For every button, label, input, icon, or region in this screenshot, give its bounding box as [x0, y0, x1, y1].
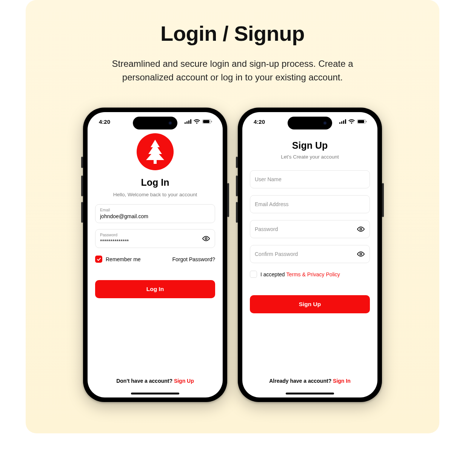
battery-icon — [202, 119, 212, 124]
page-subtitle: Streamlined and secure login and sign-up… — [97, 57, 368, 84]
signup-content: Sign Up Let's Create your account — [242, 131, 377, 397]
forgot-password-link[interactable]: Forgot Password? — [172, 256, 215, 262]
svg-rect-5 — [203, 120, 209, 123]
go-signin-link[interactable]: Sign In — [333, 378, 351, 384]
remember-row: Remember me Forgot Password? — [95, 256, 215, 263]
remember-me[interactable]: Remember me — [95, 256, 141, 263]
phone-silence-switch-icon — [81, 157, 83, 168]
phone-signup: 4:20 Sign Up Let — [238, 108, 382, 402]
remember-label: Remember me — [106, 256, 141, 262]
password-label: Password — [100, 233, 210, 237]
svg-rect-6 — [211, 121, 212, 122]
dynamic-island-icon — [288, 117, 332, 129]
phone-volume-down-icon — [81, 202, 83, 223]
svg-rect-10 — [343, 120, 344, 124]
eye-icon[interactable] — [202, 234, 210, 243]
page-title: Login / Signup — [26, 21, 439, 46]
svg-point-16 — [360, 253, 362, 255]
svg-rect-8 — [339, 122, 340, 124]
signup-footer-text: Already have a account? — [269, 378, 333, 384]
password-field-wrap[interactable]: Password — [95, 229, 215, 248]
signup-footer: Already have a account? Sign In — [250, 378, 370, 384]
go-signup-link[interactable]: Sign Up — [174, 378, 194, 384]
status-time: 4:20 — [99, 119, 110, 125]
svg-rect-1 — [186, 122, 188, 124]
email-label: Email — [100, 208, 210, 212]
email-field-wrap[interactable]: Email — [95, 204, 215, 223]
password-field[interactable] — [255, 226, 365, 232]
login-content: Log In Hello, Welcome back to your accou… — [88, 131, 223, 397]
login-button[interactable]: Log In — [95, 280, 215, 298]
svg-rect-13 — [358, 120, 364, 123]
password-field[interactable] — [100, 237, 210, 244]
terms-row[interactable]: I accepted Terms & Privacy Policy — [250, 271, 370, 278]
svg-rect-3 — [190, 119, 191, 124]
checkbox-checked-icon[interactable] — [95, 256, 102, 263]
screen-signup: 4:20 Sign Up Let — [242, 112, 377, 397]
phone-volume-up-icon — [81, 176, 83, 196]
confirm-password-field[interactable] — [255, 251, 365, 257]
screen-login: 4:20 — [88, 112, 223, 397]
wifi-icon — [194, 119, 200, 124]
login-subheading: Hello, Welcome back to your account — [95, 192, 215, 197]
dynamic-island-icon — [133, 117, 177, 129]
email-field[interactable] — [100, 212, 210, 219]
showcase-canvas: Login / Signup Streamlined and secure lo… — [26, 0, 439, 433]
svg-rect-2 — [188, 120, 189, 124]
terms-link[interactable]: Terms & Privacy Policy — [286, 271, 340, 277]
svg-point-15 — [360, 228, 362, 230]
password-field-wrap[interactable] — [250, 220, 370, 238]
phone-silence-switch-icon — [236, 157, 238, 168]
username-field[interactable] — [255, 176, 365, 182]
email-field[interactable] — [255, 201, 365, 207]
signal-icon — [185, 119, 191, 124]
tree-icon — [145, 140, 165, 164]
home-indicator-icon — [286, 393, 334, 394]
login-footer-text: Don't have a account? — [116, 378, 174, 384]
login-heading: Log In — [95, 177, 215, 188]
status-icons — [185, 119, 212, 124]
phone-power-icon — [382, 183, 384, 217]
signal-icon — [339, 119, 346, 124]
phone-login: 4:20 — [83, 108, 227, 402]
login-footer: Don't have a account? Sign Up — [95, 378, 215, 384]
status-time: 4:20 — [254, 119, 265, 125]
home-indicator-icon — [131, 393, 179, 394]
svg-rect-0 — [185, 122, 186, 124]
terms-prefix: I accepted — [260, 271, 285, 277]
phone-volume-up-icon — [236, 176, 238, 196]
email-field-wrap[interactable] — [250, 195, 370, 213]
signup-button[interactable]: Sign Up — [250, 295, 370, 313]
signup-heading: Sign Up — [250, 140, 370, 151]
confirm-password-field-wrap[interactable] — [250, 245, 370, 263]
eye-icon[interactable] — [357, 250, 365, 258]
phone-volume-down-icon — [236, 202, 238, 223]
svg-rect-14 — [366, 121, 367, 122]
checkbox-empty-icon[interactable] — [250, 271, 257, 278]
app-logo — [137, 133, 174, 170]
svg-rect-9 — [341, 122, 342, 124]
phone-power-icon — [227, 183, 229, 217]
status-icons — [339, 119, 367, 124]
signup-subheading: Let's Create your account — [250, 154, 370, 160]
username-field-wrap[interactable] — [250, 170, 370, 188]
battery-icon — [357, 119, 367, 124]
eye-icon[interactable] — [357, 225, 365, 233]
phones-row: 4:20 — [26, 108, 439, 402]
svg-rect-11 — [345, 119, 346, 124]
wifi-icon — [348, 119, 355, 124]
svg-point-7 — [205, 238, 207, 240]
